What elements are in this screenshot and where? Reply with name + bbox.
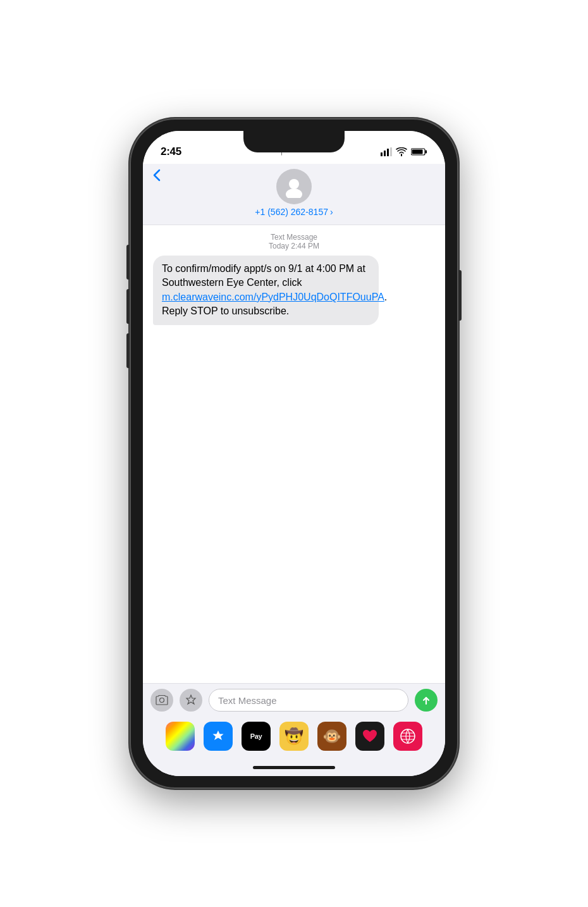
- nav-header: +1 (562) 262-8157 ›: [143, 164, 445, 225]
- app-row: Pay 🤠 🐵: [143, 717, 445, 758]
- globe-app-icon[interactable]: [393, 722, 422, 751]
- svg-rect-3: [390, 147, 392, 156]
- camera-button[interactable]: [150, 689, 173, 712]
- signal-icon: [381, 147, 392, 156]
- avatar-icon: [283, 175, 305, 198]
- back-chevron-icon: [153, 169, 161, 182]
- message-type: Text Message: [153, 233, 435, 242]
- heart-app-icon[interactable]: [355, 722, 384, 751]
- wifi-icon: [396, 147, 407, 156]
- status-icons: [381, 147, 427, 156]
- photos-app-icon[interactable]: [166, 722, 195, 751]
- heart-icon: [362, 729, 378, 743]
- notch: [243, 131, 345, 152]
- applepay-label: Pay: [250, 732, 262, 740]
- memoji2-app-icon[interactable]: 🐵: [317, 722, 346, 751]
- battery-icon: [411, 147, 427, 156]
- home-indicator: [143, 758, 445, 776]
- appstore-logo-icon: [210, 728, 226, 744]
- messages-area: Text Message Today 2:44 PM To confirm/mo…: [143, 225, 445, 683]
- svg-rect-1: [384, 151, 386, 156]
- svg-rect-6: [412, 150, 422, 154]
- appstore-icon: [185, 694, 197, 706]
- svg-rect-0: [381, 152, 383, 156]
- send-arrow-icon: [421, 695, 431, 705]
- memoji1-app-icon[interactable]: 🤠: [279, 722, 309, 751]
- camera-icon: [156, 695, 168, 705]
- message-bubble: To confirm/modify appt/s on 9/1 at 4:00 …: [153, 256, 379, 325]
- home-bar: [253, 766, 335, 769]
- memoji2-emoji: 🐵: [322, 727, 341, 745]
- send-button[interactable]: [415, 689, 438, 712]
- status-time: 2:45: [161, 145, 181, 158]
- message-input[interactable]: Text Message: [209, 689, 408, 712]
- svg-point-8: [286, 188, 302, 198]
- globe-icon: [400, 728, 416, 744]
- message-meta: Text Message Today 2:44 PM: [153, 233, 435, 250]
- message-link[interactable]: m.clearwaveinc.com/yPydPHJ0UqDoQITFOuuPA: [162, 292, 384, 302]
- back-button[interactable]: [153, 169, 161, 182]
- phone-device: 2:45 ↑: [130, 118, 458, 789]
- status-bar: 2:45 ↑: [143, 131, 445, 164]
- message-body-plain: To confirm/modify appt/s on 9/1 at 4:00 …: [162, 263, 365, 288]
- input-bar: Text Message: [143, 683, 445, 717]
- svg-point-7: [289, 179, 299, 189]
- applepay-app-icon[interactable]: Pay: [242, 722, 271, 751]
- message-timestamp: Today 2:44 PM: [153, 242, 435, 250]
- phone-screen: 2:45 ↑: [143, 131, 445, 776]
- svg-rect-5: [425, 151, 427, 154]
- contact-chevron-icon: ›: [330, 207, 333, 217]
- svg-point-9: [160, 698, 164, 703]
- phone-number: +1 (562) 262-8157: [255, 207, 328, 217]
- contact-name[interactable]: +1 (562) 262-8157 ›: [255, 207, 333, 217]
- svg-rect-2: [387, 149, 389, 156]
- contact-avatar: [276, 169, 312, 204]
- memoji1-emoji: 🤠: [285, 727, 303, 745]
- appstore-app-icon[interactable]: [204, 722, 233, 751]
- appstore-button[interactable]: [180, 689, 202, 712]
- input-placeholder: Text Message: [218, 695, 277, 706]
